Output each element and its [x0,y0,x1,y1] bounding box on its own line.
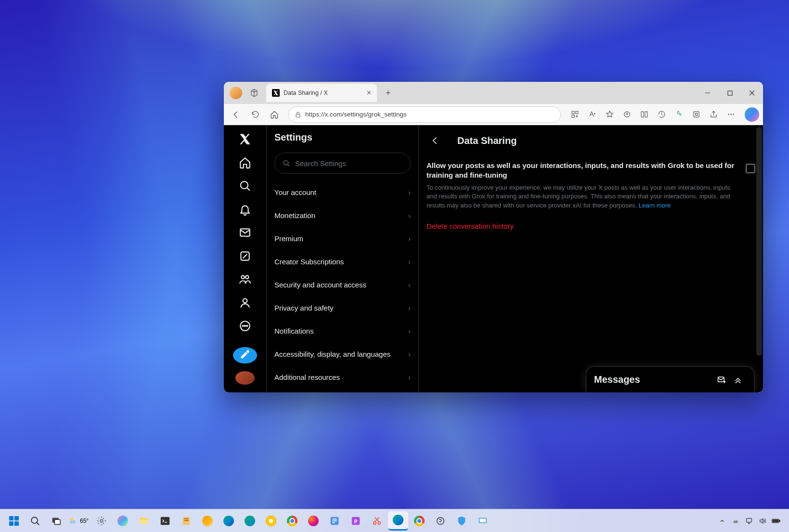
taskbar-app-copilot[interactable] [113,511,133,531]
svg-text:P: P [354,519,358,524]
tray-app-icon[interactable] [745,517,753,525]
nav-home-icon[interactable] [234,156,256,170]
close-window-button[interactable] [741,82,763,104]
taskbar-app-settings[interactable] [91,511,112,531]
grok-training-checkbox[interactable] [746,164,755,173]
svg-line-28 [287,164,289,166]
taskbar-app-8[interactable] [430,511,451,531]
settings-detail-panel: Data Sharing Allow your posts as well as… [419,125,763,392]
account-avatar[interactable] [235,371,255,385]
settings-title: Settings [267,125,418,150]
tray-battery-icon[interactable] [772,517,780,525]
taskbar-app-chrome[interactable] [282,511,302,531]
taskbar-app-edge-dev[interactable] [240,511,260,531]
messages-dock[interactable]: Messages [586,366,754,392]
read-aloud-icon[interactable] [584,106,600,123]
task-view-button[interactable] [46,511,66,531]
settings-item-creator-subscriptions[interactable]: Creator Subscriptions› [267,250,418,273]
copilot-button[interactable] [745,107,759,122]
window-controls [697,82,763,104]
x-logo-icon[interactable] [234,132,256,147]
history-icon[interactable] [653,106,670,123]
taskbar-app-explorer[interactable] [134,511,154,531]
svg-point-14 [733,114,734,115]
nav-communities-icon[interactable] [234,272,256,287]
toolbar-icon-1[interactable] [619,106,635,123]
taskbar-app-edge-canary[interactable] [197,511,218,531]
settings-item-premium[interactable]: Premium› [267,227,418,250]
settings-item-notifications[interactable]: Notifications› [267,319,418,342]
settings-search-field[interactable] [295,159,402,168]
svg-point-34 [31,517,38,523]
page-scrollbar[interactable] [756,127,762,356]
settings-item-security[interactable]: Security and account access› [267,273,418,296]
taskbar-app-firefox[interactable] [303,511,323,531]
nav-profile-icon[interactable] [234,296,256,311]
taskbar-app-edge[interactable] [219,511,239,531]
delete-history-button[interactable]: Delete conversation history [427,215,755,237]
settings-item-accessibility[interactable]: Accessibility, display, and languages› [267,342,418,365]
address-bar[interactable]: https://x.com/settings/grok_settings [288,106,561,123]
nav-explore-icon[interactable] [234,179,256,194]
taskbar-search-button[interactable] [25,511,45,531]
taskbar-app-6[interactable]: P [346,511,366,531]
workspaces-button[interactable] [246,85,262,101]
nav-home-button[interactable] [266,106,283,123]
taskbar-app-5[interactable] [324,511,345,531]
learn-more-link[interactable]: Learn more [639,202,671,209]
svg-point-15 [241,182,248,189]
nav-grok-icon[interactable] [234,249,256,264]
taskbar-app-edge-active[interactable] [388,511,408,531]
minimize-button[interactable] [697,82,719,104]
settings-item-monetization[interactable]: Monetization› [267,204,418,227]
nav-notifications-icon[interactable] [234,202,256,217]
browser-tab-active[interactable]: Data Sharing / X × [266,84,377,102]
tray-onedrive-icon[interactable] [731,517,740,525]
settings-item-your-account[interactable]: Your account› [267,181,418,204]
taskbar-app-9[interactable] [473,511,493,531]
svg-rect-7 [572,115,574,117]
x-favicon-icon [272,89,280,97]
start-button[interactable] [4,511,24,531]
more-menu-button[interactable] [723,106,739,123]
profile-avatar-button[interactable] [228,85,244,101]
taskbar-weather[interactable]: 65° [67,516,89,526]
maximize-button[interactable] [719,82,741,104]
svg-rect-6 [575,111,578,114]
nav-more-icon[interactable] [234,319,256,334]
favorites-icon[interactable] [601,106,618,123]
browser-essentials-icon[interactable] [688,106,704,123]
expand-messages-icon[interactable] [730,372,746,388]
taskbar-app-chrome-canary[interactable] [261,511,281,531]
nav-refresh-button[interactable] [247,106,263,123]
taskbar-app-terminal[interactable] [155,511,175,531]
svg-point-12 [728,114,729,115]
svg-point-53 [437,517,444,524]
chevron-right-icon: › [408,258,411,266]
chevron-right-icon: › [408,281,411,289]
split-screen-icon[interactable] [636,106,652,123]
settings-nav-panel: Settings Your account› Monetization› Pre… [266,125,419,392]
new-message-icon[interactable] [713,372,730,388]
detail-back-button[interactable] [427,132,444,149]
settings-item-additional[interactable]: Additional resources› [267,365,418,389]
nav-back-button[interactable] [228,106,244,123]
settings-item-privacy[interactable]: Privacy and safety› [267,296,418,319]
tray-volume-icon[interactable] [758,517,767,525]
collections-icon[interactable] [671,106,687,123]
taskbar-app-chrome-2[interactable] [409,511,429,531]
settings-search-input[interactable] [274,153,411,174]
taskbar-app-snip[interactable] [367,511,387,531]
svg-rect-58 [773,519,778,522]
taskbar-app-4[interactable] [176,511,196,531]
tray-chevron-icon[interactable] [718,517,726,525]
nav-messages-icon[interactable] [234,225,256,240]
svg-point-52 [378,521,381,524]
new-tab-button[interactable]: + [382,86,395,100]
share-icon[interactable] [705,106,722,123]
compose-post-button[interactable] [233,347,257,364]
extensions-icon[interactable] [567,106,583,123]
tab-close-button[interactable]: × [367,89,371,97]
svg-line-19 [243,254,247,258]
taskbar-app-security[interactable] [452,511,472,531]
